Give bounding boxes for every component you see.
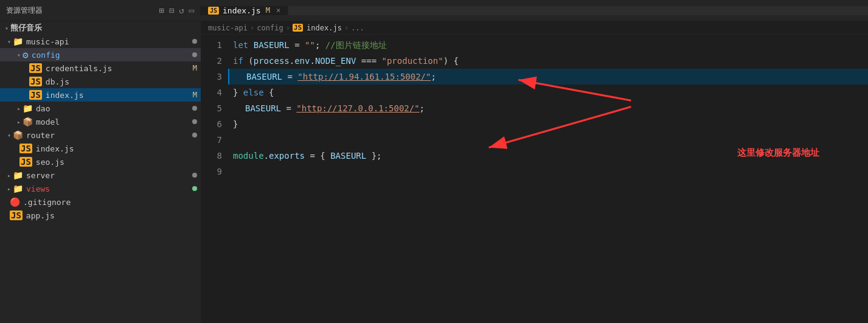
sidebar-item-music-api[interactable]: ▾ 📁 music-api (0, 35, 201, 48)
punct: ) { (443, 53, 459, 69)
sidebar-item-label: dao (36, 104, 192, 113)
main-layout: ▾ 熊仔音乐 ▾ 📁 music-api ▾ ⚙ config JS crede… (0, 21, 868, 323)
process: process (254, 53, 290, 69)
breadcrumb-filename: index.js (307, 24, 342, 32)
variable: BASEURL (330, 148, 366, 164)
folder-icon: 📁 (13, 36, 23, 46)
code-line-2: if (process.env.NODE_ENV === "production… (228, 53, 868, 69)
string-url: "http://127.0.0.1:5002/" (296, 100, 419, 116)
sidebar-item-credentials-js[interactable]: JS credentials.js M (0, 61, 201, 75)
breadcrumb-sep: › (250, 24, 254, 32)
sidebar-item-label: seo.js (36, 158, 201, 167)
sidebar-item-router-index-js[interactable]: JS index.js (0, 142, 201, 155)
code-line-5: BASEURL = "http://127.0.0.1:5002/"; (228, 100, 868, 116)
status-dot (192, 119, 197, 124)
module-obj: module (233, 148, 264, 164)
status-dot (192, 186, 197, 191)
tab-index-js[interactable]: JS index.js M × (201, 6, 288, 15)
punct: ; (431, 69, 436, 85)
line-num: 3 (201, 69, 222, 85)
explorer-actions: ⊞ ⊟ ↺ ▭ (159, 5, 194, 15)
op: === (356, 53, 381, 69)
keyword: else (243, 85, 269, 100)
code-line-7 (228, 132, 868, 148)
title-bar: 资源管理器 ⊞ ⊟ ↺ ▭ JS index.js M × (0, 0, 868, 21)
code-area[interactable]: 1 2 3 4 5 6 7 8 9 let BASEURL = ""; //图片… (201, 35, 868, 323)
comment: //图片链接地址 (325, 37, 387, 53)
variable: BASEURL (245, 100, 281, 116)
line-num: 1 (201, 37, 222, 53)
tab-modified-indicator: M (266, 6, 270, 15)
line-num: 7 (201, 132, 222, 148)
op: = (281, 100, 296, 116)
chevron-icon: ▸ (7, 186, 11, 192)
code-line-1: let BASEURL = ""; //图片链接地址 (228, 37, 868, 53)
punct: ( (248, 53, 253, 69)
sidebar-item-gitignore[interactable]: 🔴 .gitignore (0, 195, 201, 209)
explorer-title: 资源管理器 (6, 5, 159, 16)
js-file-icon: JS (10, 210, 23, 220)
sidebar-item-views[interactable]: ▸ 📁 views (0, 182, 201, 195)
sidebar-item-seo-js[interactable]: JS seo.js (0, 155, 201, 168)
tab-bar: JS index.js M × (201, 6, 868, 15)
sidebar-item-label: music-api (26, 37, 192, 46)
explorer-header: 资源管理器 ⊞ ⊟ ↺ ▭ (0, 5, 201, 16)
tab-close-button[interactable]: × (276, 6, 280, 15)
keyword: if (233, 53, 248, 69)
sidebar-item-label: credentials.js (46, 64, 193, 73)
config-folder-icon: ⚙ (23, 49, 29, 61)
status-dot (192, 173, 197, 178)
punct: } (233, 85, 243, 100)
sidebar-item-dao[interactable]: ▸ 📁 dao (0, 102, 201, 115)
code-editor: music-api › config › JS index.js › ... 1… (201, 21, 868, 323)
op: }; (366, 148, 381, 164)
sidebar-root-title: ▾ 熊仔音乐 (0, 21, 201, 35)
breadcrumb: music-api › config › JS index.js › ... (201, 21, 868, 35)
exports-prop: exports (269, 148, 305, 164)
chevron-icon: ▸ (17, 119, 21, 125)
line-num: 9 (201, 164, 222, 179)
line-numbers: 1 2 3 4 5 6 7 8 9 (201, 35, 228, 323)
new-file-icon[interactable]: ⊞ (159, 5, 164, 15)
punct: } (233, 116, 238, 132)
modified-badge: M (193, 64, 197, 72)
js-file-icon: JS (19, 157, 32, 167)
sidebar-item-model[interactable]: ▸ 📦 model (0, 115, 201, 128)
chevron-icon: ▾ (5, 25, 9, 32)
punct: ; (315, 37, 325, 53)
git-icon: 🔴 (10, 197, 20, 207)
model-folder-icon: 📦 (23, 117, 33, 127)
code-text[interactable]: let BASEURL = ""; //图片链接地址 if (process.e… (228, 35, 868, 323)
sidebar-item-router[interactable]: ▾ 📦 router (0, 128, 201, 142)
string: "" (305, 37, 315, 53)
string: "production" (382, 53, 443, 69)
op: . (310, 53, 314, 69)
sidebar-item-db-js[interactable]: JS db.js (0, 75, 201, 88)
chevron-icon: ▾ (7, 38, 11, 45)
breadcrumb-part: music-api (208, 24, 248, 32)
sidebar-item-app-js[interactable]: JS app.js (0, 209, 201, 222)
js-file-icon: JS (29, 63, 42, 73)
new-folder-icon[interactable]: ⊟ (169, 5, 174, 15)
string-url: "http://1.94.161.15:5002/" (297, 69, 431, 85)
op: = (282, 69, 297, 85)
env: env (294, 53, 310, 69)
line-num: 4 (201, 85, 222, 100)
code-line-9 (228, 164, 868, 179)
status-dot (192, 52, 197, 57)
line-num: 8 (201, 148, 222, 164)
sidebar-item-label: index.js (46, 91, 193, 100)
collapse-icon[interactable]: ▭ (189, 5, 194, 15)
sidebar-item-index-js[interactable]: JS index.js M (0, 88, 201, 102)
refresh-icon[interactable]: ↺ (179, 5, 184, 15)
node-env: NODE_ENV (315, 53, 356, 69)
breadcrumb-part: ... (351, 24, 364, 32)
sidebar-item-server[interactable]: ▸ 📁 server (0, 168, 201, 182)
status-dot (192, 39, 197, 44)
js-file-icon: JS (29, 77, 42, 86)
js-file-icon: JS (29, 90, 42, 100)
sidebar-item-label: index.js (36, 144, 201, 153)
code-line-4: } else { (228, 85, 868, 100)
punct: { (269, 85, 274, 100)
sidebar-item-config[interactable]: ▾ ⚙ config (0, 48, 201, 61)
